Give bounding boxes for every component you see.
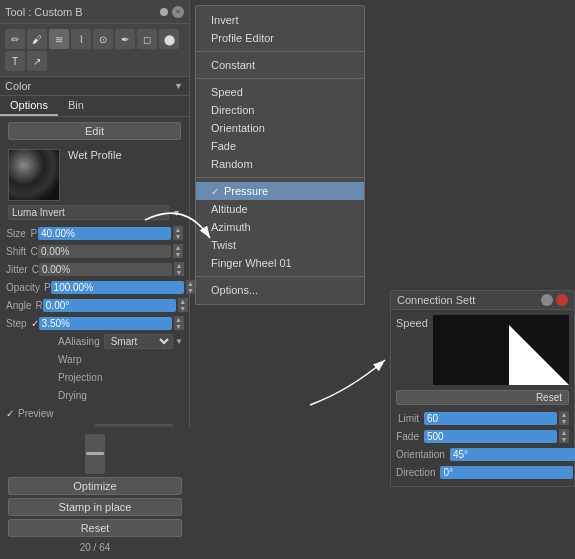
- param-jitter-type: C: [32, 264, 39, 275]
- tab-options[interactable]: Options: [0, 96, 58, 116]
- tool-dot: [160, 8, 168, 16]
- limit-arrows[interactable]: ▲ ▼: [559, 411, 569, 425]
- luma-row: Luma Invert ▼: [8, 205, 181, 220]
- menu-direction[interactable]: Direction: [196, 101, 364, 119]
- reset-button[interactable]: Reset: [8, 519, 182, 537]
- step-down-arrow[interactable]: ▼: [174, 323, 184, 330]
- tool-brush1[interactable]: 🖌: [27, 29, 47, 49]
- connection-close-button[interactable]: [556, 294, 568, 306]
- param-angle-type: R: [36, 300, 43, 311]
- projection-row: Projection: [0, 368, 189, 386]
- speed-label: Speed: [396, 315, 428, 329]
- tool-brush3[interactable]: ⌇: [71, 29, 91, 49]
- param-size-row: Size P ▲ ▼: [0, 224, 189, 242]
- angle-up-arrow[interactable]: ▲: [178, 298, 188, 305]
- shift-down-arrow[interactable]: ▼: [173, 251, 183, 258]
- tabs-row: Options Bin: [0, 96, 189, 117]
- preview-label: Preview: [18, 408, 183, 419]
- page-count: 20 / 64: [8, 540, 182, 555]
- param-shift-value[interactable]: [38, 245, 171, 258]
- menu-profile-editor[interactable]: Profile Editor: [196, 29, 364, 47]
- jitter-up-arrow[interactable]: ▲: [174, 262, 184, 269]
- aaliasing-label: AAliasing: [6, 336, 100, 347]
- step-up-arrow[interactable]: ▲: [174, 316, 184, 323]
- tool-label: Tool : Custom B: [5, 6, 156, 18]
- menu-speed[interactable]: Speed: [196, 83, 364, 101]
- conn-fade-value[interactable]: [424, 430, 557, 443]
- menu-options[interactable]: Options...: [196, 281, 364, 299]
- connection-body: Speed Reset Limit ▲ ▼ Fade ▲ ▼: [391, 310, 574, 486]
- menu-finger-wheel[interactable]: Finger Wheel 01: [196, 254, 364, 272]
- param-step-row: Step ✓ ▲ ▼: [0, 314, 189, 332]
- size-up-arrow[interactable]: ▲: [173, 226, 183, 233]
- fade-down[interactable]: ▼: [559, 436, 569, 443]
- param-opacity-row: Opacity P ▲ ▼: [0, 278, 189, 296]
- conn-limit-value[interactable]: [424, 412, 557, 425]
- menu-altitude[interactable]: Altitude: [196, 200, 364, 218]
- param-shift-type: C: [30, 246, 38, 257]
- dropdown-menu: Invert Profile Editor Constant Speed Dir…: [195, 5, 365, 305]
- menu-twist[interactable]: Twist: [196, 236, 364, 254]
- brush-thumbnail: [8, 149, 60, 201]
- menu-random[interactable]: Random: [196, 155, 364, 173]
- param-shift-arrows[interactable]: ▲ ▼: [173, 244, 183, 258]
- jitter-down-arrow[interactable]: ▼: [174, 269, 184, 276]
- menu-azimuth[interactable]: Azimuth: [196, 218, 364, 236]
- tool-fill[interactable]: ⬤: [159, 29, 179, 49]
- optimize-button[interactable]: Optimize: [8, 477, 182, 495]
- tool-brush2[interactable]: ≋: [49, 29, 69, 49]
- limit-up[interactable]: ▲: [559, 411, 569, 418]
- color-dropdown-icon[interactable]: ▼: [174, 81, 184, 91]
- param-angle-arrows[interactable]: ▲ ▼: [178, 298, 188, 312]
- tool-transform[interactable]: ↗: [27, 51, 47, 71]
- param-size-value[interactable]: [38, 227, 171, 240]
- aaliasing-row: AAliasing Smart ▼: [0, 332, 189, 350]
- menu-divider-2: [196, 78, 364, 79]
- tab-bin[interactable]: Bin: [58, 96, 94, 116]
- menu-pressure[interactable]: Pressure: [196, 182, 364, 200]
- menu-divider-4: [196, 276, 364, 277]
- color-row: Color ▼: [0, 77, 189, 96]
- menu-constant[interactable]: Constant: [196, 56, 364, 74]
- luma-select[interactable]: Luma Invert: [8, 205, 169, 220]
- luma-arrow-icon: ▼: [172, 208, 181, 218]
- tool-bar: Tool : Custom B ×: [0, 0, 189, 24]
- aaliasing-arrow: ▼: [175, 337, 183, 346]
- conn-orientation-value[interactable]: [450, 448, 575, 461]
- fade-up[interactable]: ▲: [559, 429, 569, 436]
- angle-down-arrow[interactable]: ▼: [178, 305, 188, 312]
- menu-fade[interactable]: Fade: [196, 137, 364, 155]
- menu-invert[interactable]: Invert: [196, 11, 364, 29]
- aaliasing-select[interactable]: Smart: [104, 334, 173, 349]
- speed-row: Speed: [396, 315, 569, 385]
- edit-button[interactable]: Edit: [8, 122, 181, 140]
- stamp-button[interactable]: Stamp in place: [8, 498, 182, 516]
- param-angle-value[interactable]: [43, 299, 176, 312]
- param-size-arrows[interactable]: ▲ ▼: [173, 226, 183, 240]
- size-down-arrow[interactable]: ▼: [173, 233, 183, 240]
- param-step-arrows[interactable]: ▲ ▼: [174, 316, 184, 330]
- menu-orientation[interactable]: Orientation: [196, 119, 364, 137]
- close-icon[interactable]: ×: [172, 6, 184, 18]
- param-jitter-value[interactable]: [39, 263, 172, 276]
- tool-eraser[interactable]: ◻: [137, 29, 157, 49]
- limit-down[interactable]: ▼: [559, 418, 569, 425]
- brush-thumb-image: [9, 150, 59, 200]
- brush-name: Wet Profile: [68, 149, 122, 161]
- fade-arrows[interactable]: ▲ ▼: [559, 429, 569, 443]
- tool-text[interactable]: T: [5, 51, 25, 71]
- param-opacity-value[interactable]: [51, 281, 184, 294]
- preview-row: ✓ Preview: [0, 404, 189, 422]
- graph-reset-button[interactable]: Reset: [396, 390, 569, 405]
- tool-pencil[interactable]: ✏: [5, 29, 25, 49]
- conn-direction-value[interactable]: [440, 466, 573, 479]
- color-label: Color: [5, 80, 174, 92]
- slider-track[interactable]: [85, 434, 105, 474]
- conn-fade-row: Fade ▲ ▼: [396, 427, 569, 445]
- tool-brush4[interactable]: ⊙: [93, 29, 113, 49]
- shift-up-arrow[interactable]: ▲: [173, 244, 183, 251]
- tool-pen[interactable]: ✒: [115, 29, 135, 49]
- minimize-button[interactable]: [541, 294, 553, 306]
- param-step-value[interactable]: [39, 317, 172, 330]
- param-jitter-arrows[interactable]: ▲ ▼: [174, 262, 184, 276]
